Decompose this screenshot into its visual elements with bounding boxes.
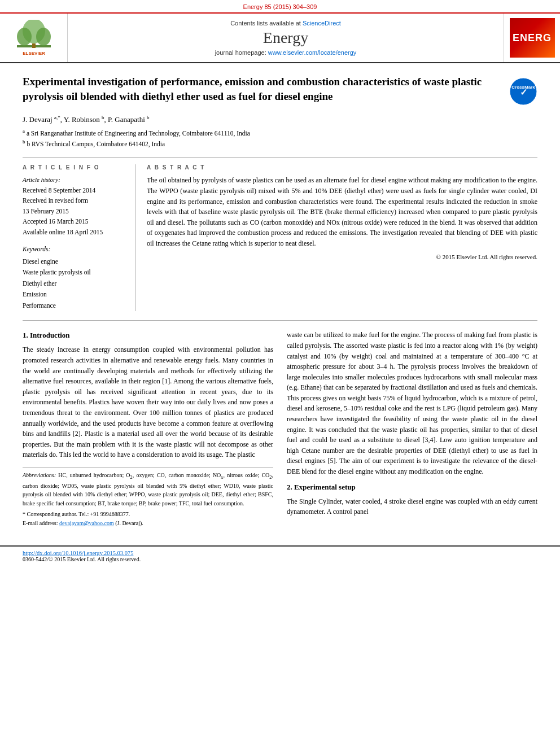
journal-banner: ELSEVIER Contents lists available at Sci… [0, 14, 560, 63]
elsevier-logo-area: ELSEVIER [0, 14, 68, 62]
intro-paragraph-2: waste can be utilized to make fuel for t… [287, 330, 537, 477]
abstract-column: A B S T R A C T The oil obtained by pyro… [147, 164, 537, 311]
article-info-column: A R T I C L E I N F O Article history: R… [23, 164, 135, 311]
journal-banner-center: Contents lists available at ScienceDirec… [68, 14, 504, 62]
history-label: Article history: [23, 175, 128, 185]
svg-point-3 [36, 28, 51, 46]
keyword-2: Waste plastic pyrolysis oil [23, 267, 128, 278]
article-title-section: Experimental investigation of performanc… [23, 75, 537, 108]
keyword-4: Emission [23, 289, 128, 300]
footnote-email: E-mail address: devajayam@yahoo.com (J. … [23, 519, 273, 528]
article-history: Article history: Received 8 September 20… [23, 175, 128, 237]
doi-link[interactable]: http://dx.doi.org/10.1016/j.energy.2015.… [23, 550, 133, 556]
journal-title: Energy [263, 29, 308, 47]
article-info-label: A R T I C L E I N F O [23, 164, 128, 171]
keywords-section: Keywords: Diesel engine Waste plastic py… [23, 244, 128, 311]
keyword-5: Performance [23, 300, 128, 312]
email-link[interactable]: devajayam@yahoo.com [59, 520, 114, 526]
elsevier-logo: ELSEVIER [14, 20, 54, 56]
introduction-title: Introduction [30, 331, 70, 339]
available-online-date: Available online 18 April 2015 [23, 227, 128, 237]
svg-text:ELSEVIER: ELSEVIER [23, 51, 45, 56]
svg-point-2 [17, 28, 32, 46]
article-body: A R T I C L E I N F O Article history: R… [23, 157, 537, 311]
elsevier-tree-icon: ELSEVIER [14, 20, 54, 56]
svg-text:✓: ✓ [520, 88, 527, 97]
body-right-col: waste can be utilized to make fuel for t… [287, 330, 537, 527]
abstract-text: The oil obtained by pyrolysis of waste p… [147, 175, 537, 248]
keyword-3: Diethyl ether [23, 278, 128, 290]
journal-citation: Energy 85 (2015) 304–309 [243, 3, 317, 10]
body-two-col: 1. Introduction The steady increase in e… [23, 330, 537, 527]
affiliation-b: b b RVS Technical Campus, Coimbatore 641… [23, 138, 537, 149]
intro-paragraph-1: The steady increase in energy consumptio… [23, 344, 273, 460]
abstract-label: A B S T R A C T [147, 164, 537, 171]
science-direct-info: Contents lists available at ScienceDirec… [230, 20, 341, 27]
received-revised-label: Received in revised form [23, 195, 128, 206]
journal-homepage: journal homepage: www.elsevier.com/locat… [215, 49, 357, 56]
journal-homepage-link[interactable]: www.elsevier.com/locate/energy [268, 49, 357, 56]
footer-issn: 0360-5442/© 2015 Elsevier Ltd. All right… [23, 556, 537, 562]
accepted-date: Accepted 16 March 2015 [23, 216, 128, 226]
svg-rect-4 [32, 43, 36, 48]
experimental-paragraph: The Single Cylinder, water cooled, 4 str… [287, 496, 537, 517]
introduction-heading: 1. Introduction [23, 330, 273, 341]
affiliation-a: a a Sri Ranganathar Institute of Enginee… [23, 128, 537, 138]
footer-doi[interactable]: http://dx.doi.org/10.1016/j.energy.2015.… [23, 550, 537, 556]
main-content: Experimental investigation of performanc… [0, 63, 560, 545]
science-direct-link[interactable]: ScienceDirect [303, 20, 341, 27]
affiliations: a a Sri Ranganathar Institute of Enginee… [23, 128, 537, 149]
footnote-corresponding: * Corresponding author. Tel.: +91 999468… [23, 510, 273, 519]
journal-header: Energy 85 (2015) 304–309 [0, 0, 560, 14]
authors: J. Devaraj a,*, Y. Robinson b, P. Ganapa… [23, 115, 537, 124]
page-footer: http://dx.doi.org/10.1016/j.energy.2015.… [0, 545, 560, 566]
received-date: Received 8 September 2014 [23, 185, 128, 195]
keyword-1: Diesel engine [23, 256, 128, 268]
revised-date: 13 February 2015 [23, 206, 128, 216]
section-divider [23, 320, 537, 321]
body-left-col: 1. Introduction The steady increase in e… [23, 330, 273, 527]
crossmark-logo: CrossMark ✓ [509, 77, 537, 108]
article-title: Experimental investigation of performanc… [23, 75, 501, 103]
energy-logo-area: ENERG [504, 14, 560, 62]
keywords-title: Keywords: [23, 244, 128, 255]
footnote-area: Abbreviations: HC, unburned hydrocarbon;… [23, 467, 273, 527]
energy-logo: ENERG [510, 18, 555, 58]
footnote-abbreviations: Abbreviations: HC, unburned hydrocarbon;… [23, 471, 273, 508]
copyright: © 2015 Elsevier Ltd. All rights reserved… [147, 254, 537, 260]
experimental-setup-title: Experimental setup [294, 483, 356, 491]
experimental-setup-heading: 2. Experimental setup [287, 482, 537, 493]
crossmark-icon: CrossMark ✓ [509, 77, 537, 106]
